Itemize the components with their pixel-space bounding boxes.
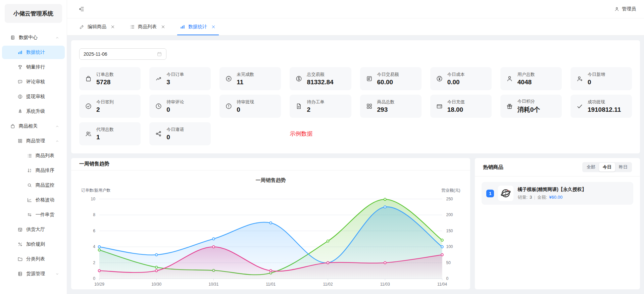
stat-label: 待审评论 (166, 99, 184, 105)
tab-product-list[interactable]: 商品列表 (125, 18, 170, 35)
sidebar-group-product-management[interactable]: 商品管理 (2, 134, 65, 148)
tab-data-statistics[interactable]: 数据统计 (175, 18, 221, 35)
sidebar-item-product-monitor[interactable]: 商品监控 (2, 179, 65, 192)
tab-edit-product[interactable]: 编辑商品 (75, 18, 120, 35)
search-icon (27, 183, 32, 188)
sidebar-item-price-fluctuation[interactable]: 价格波动 (2, 193, 65, 207)
sales-trend-chart: 订单数/新用户数营业额(元)002504100615082001025010/2… (80, 185, 461, 289)
hot-product-item[interactable]: 1 橘子模板(精简网课)【永久授权】 销量: 3 | 金额: ¥60.00 (482, 182, 633, 205)
swap-icon (27, 212, 32, 217)
sample-data-note: 示例数据 (290, 122, 421, 145)
stat-card-pending-comments: 待审评论0 (149, 95, 211, 118)
close-icon[interactable] (110, 24, 115, 30)
stat-value: 4048 (517, 79, 535, 86)
svg-text:8: 8 (93, 212, 95, 217)
sidebar-item-label: 商品排序 (36, 167, 54, 174)
stat-value: 0 (237, 106, 254, 113)
stat-value: 11 (237, 79, 254, 86)
stat-value: 293 (377, 106, 395, 113)
product-title: 橘子模板(精简网课)【永久授权】 (517, 187, 586, 193)
app-root: 小储云管理系统 数据中心 数据统计 销量排行 评论审核 提现审核 (0, 0, 644, 294)
stat-value: 0 (166, 134, 184, 141)
tab-label: 数据统计 (188, 24, 207, 30)
server-icon (17, 271, 23, 277)
dollar-circle-icon (295, 75, 302, 82)
username: 管理员 (622, 6, 636, 12)
sidebar-item-data-statistics[interactable]: 数据统计 (2, 46, 65, 59)
product-meta: 销量: 3 | 金额: ¥60.00 (517, 194, 586, 200)
sidebar-group-data-center[interactable]: 数据中心 (2, 31, 65, 44)
sidebar-item-label: 商品监控 (36, 182, 54, 188)
sidebar-item-label: 一件串货 (36, 212, 54, 218)
filter-all-button[interactable]: 全部 (583, 163, 599, 172)
sidebar-item-label: 评论审核 (26, 79, 45, 85)
bar-chart-icon (180, 24, 185, 30)
sidebar-item-withdraw-review[interactable]: 提现审核 (2, 90, 65, 103)
filter-today-button[interactable]: 今日 (599, 163, 615, 172)
date-value: 2025-11-06 (84, 51, 154, 57)
stat-label: 用户总数 (517, 71, 535, 78)
sidebar-group-product-related[interactable]: 商品相关 (2, 119, 65, 133)
stat-label: 代理总数 (96, 127, 114, 133)
sidebar-item-markup-rules[interactable]: 加价规则 (2, 238, 65, 251)
sort-az-icon: AZ (27, 168, 32, 173)
hot-products-header: 热销商品 全部 今日 昨日 (475, 158, 640, 177)
stat-card-total-users: 用户总数4048 (500, 67, 562, 90)
sidebar-group-label: 商品管理 (26, 138, 45, 144)
stat-card-today-orders: 今日订单3 (149, 67, 211, 90)
globe-logo-icon (500, 187, 512, 199)
sidebar: 小储云管理系统 数据中心 数据统计 销量排行 评论审核 提现审核 (0, 0, 67, 294)
stat-card-pending-tickets: 待办工单2 (290, 95, 351, 118)
menu-fold-icon[interactable] (79, 6, 85, 12)
rocket-icon (17, 109, 23, 114)
stat-card-today-cost: 今日成本0.00 (430, 67, 492, 90)
stat-card-successful-withdrawal: 成功提现1910812.11 (571, 95, 632, 118)
product-image (498, 186, 513, 201)
stat-value: 消耗0个 (517, 105, 540, 114)
sidebar-item-comment-review[interactable]: 评论审核 (2, 75, 65, 89)
main-area: 管理员 编辑商品 商品列表 数据统计 (67, 0, 644, 294)
svg-text:0: 0 (446, 276, 449, 281)
svg-text:50: 50 (446, 260, 451, 265)
date-picker[interactable]: 2025-11-06 (79, 48, 166, 60)
user-icon (506, 75, 513, 82)
sidebar-item-product-list[interactable]: 商品列表 (2, 149, 65, 162)
tab-label: 商品列表 (138, 24, 157, 30)
close-icon[interactable] (211, 24, 216, 30)
stat-value: 60.00 (377, 79, 399, 86)
svg-text:2: 2 (93, 260, 95, 265)
stat-label: 订单总数 (96, 71, 114, 78)
sidebar-group-source-management[interactable]: 货源管理 (2, 267, 65, 281)
stat-value: 3 (166, 79, 184, 86)
sidebar-item-category-list[interactable]: 分类列表 (2, 252, 65, 266)
svg-text:0: 0 (93, 276, 95, 281)
sidebar-group-label: 货源管理 (26, 271, 45, 277)
sidebar-item-one-click-transfer[interactable]: 一件串货 (2, 208, 65, 222)
stat-value: 1910812.11 (588, 106, 621, 113)
svg-text:11/01: 11/01 (266, 282, 276, 287)
wallet-icon (436, 103, 443, 110)
folder-icon (17, 256, 23, 262)
exclamation-circle-icon (225, 103, 232, 110)
svg-text:10: 10 (91, 197, 96, 201)
close-icon[interactable] (160, 24, 166, 30)
bar-chart-icon (17, 50, 23, 55)
grid-icon (366, 103, 373, 110)
sidebar-item-sales-ranking[interactable]: 销量排行 (2, 60, 65, 74)
stat-label: 待审提现 (237, 99, 254, 105)
stat-value: 81332.84 (307, 79, 333, 86)
chevron-down-icon (55, 272, 59, 276)
edit-icon (79, 24, 85, 30)
chart-body: 一周销售趋势 订单数/新用户数营业额(元)0025041006150820010… (71, 170, 470, 289)
database-icon (10, 35, 15, 40)
filter-yesterday-button[interactable]: 昨日 (615, 163, 631, 172)
svg-text:6: 6 (93, 229, 95, 233)
sidebar-item-system-upgrade[interactable]: 系统升级 (2, 105, 65, 118)
stat-value: 2 (96, 106, 114, 113)
user-menu[interactable]: 管理员 (614, 6, 636, 12)
sidebar-item-product-sort[interactable]: AZ 商品排序 (2, 164, 65, 177)
sidebar-item-supply-hall[interactable]: 供货大厅 (2, 223, 65, 236)
check-circle-icon (85, 103, 92, 110)
stat-label: 未完成数 (237, 71, 254, 78)
sidebar-item-label: 提现审核 (26, 94, 45, 100)
